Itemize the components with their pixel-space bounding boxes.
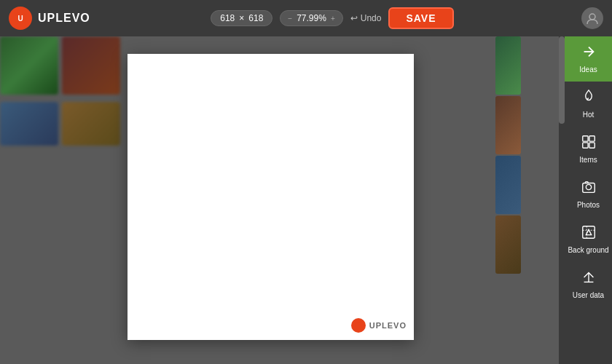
header: U UPLEVO 618 × 618 − 77.99% + ↩ Undo SAV…: [0, 0, 612, 36]
logo-icon: U: [9, 7, 32, 30]
user-avatar[interactable]: [581, 7, 603, 29]
canvas-area[interactable]: UPLEVO: [0, 36, 565, 364]
svg-point-9: [586, 184, 591, 189]
sidebar-item-photos-label: Photos: [577, 201, 600, 210]
svg-rect-6: [589, 136, 594, 141]
logo-area: U UPLEVO: [9, 7, 90, 30]
canvas-watermark: UPLEVO: [351, 318, 407, 333]
bg-thumb-2: [62, 36, 120, 95]
hot-icon: [581, 89, 597, 108]
rt-thumb-2: [495, 96, 521, 154]
rt-thumb-1: [495, 36, 521, 95]
watermark-text: UPLEVO: [369, 321, 407, 330]
main-area: UPLEVO Ideas: [0, 36, 612, 364]
svg-rect-7: [582, 143, 587, 148]
sidebar-item-background-label: Back ground: [568, 246, 608, 255]
user-area[interactable]: [581, 7, 603, 29]
right-sidebar: Ideas Hot Items: [565, 36, 612, 364]
width-value: 618: [220, 13, 235, 23]
undo-button[interactable]: ↩ Undo: [350, 13, 382, 23]
dimension-separator: ×: [239, 13, 244, 23]
background-icon: [581, 224, 597, 243]
sidebar-item-background[interactable]: Back ground: [565, 217, 612, 262]
items-icon: [581, 134, 597, 153]
ideas-icon: [581, 44, 597, 63]
logo-text: UPLEVO: [38, 12, 90, 25]
sidebar-item-hot-label: Hot: [583, 111, 595, 119]
svg-point-2: [589, 14, 595, 20]
dimension-input[interactable]: 618 × 618: [211, 10, 272, 26]
scrollbar-thumb[interactable]: [559, 36, 565, 124]
rt-thumb-4: [495, 215, 521, 274]
watermark-logo-icon: [351, 318, 366, 333]
svg-rect-5: [582, 136, 587, 141]
bg-thumb-4: [62, 102, 120, 146]
header-center: 618 × 618 − 77.99% + ↩ Undo SAVE: [211, 7, 453, 29]
undo-label: Undo: [361, 13, 382, 23]
sidebar-item-ideas-label: Ideas: [579, 66, 597, 74]
rt-thumb-3: [495, 156, 521, 214]
svg-rect-8: [589, 143, 594, 148]
bg-thumb-1: [0, 36, 58, 95]
zoom-control[interactable]: − 77.99% +: [280, 10, 342, 26]
undo-arrow-icon: ↩: [350, 13, 358, 23]
sidebar-item-userdata[interactable]: User data: [565, 262, 612, 307]
bg-thumb-3: [0, 102, 58, 146]
height-value: 618: [248, 13, 263, 23]
zoom-plus-icon[interactable]: +: [331, 15, 335, 23]
sidebar-item-items-label: Items: [579, 156, 597, 165]
svg-marker-12: [586, 229, 591, 234]
userdata-icon: [581, 269, 597, 288]
sidebar-item-items[interactable]: Items: [565, 127, 612, 172]
photos-icon: [581, 179, 597, 198]
design-canvas[interactable]: UPLEVO: [128, 54, 414, 340]
zoom-minus-icon[interactable]: −: [288, 15, 292, 23]
sidebar-item-photos[interactable]: Photos: [565, 172, 612, 217]
right-thumbnail-strip: [495, 36, 521, 364]
sidebar-item-userdata-label: User data: [573, 291, 604, 300]
svg-text:U: U: [17, 15, 23, 23]
scrollbar[interactable]: [559, 36, 565, 364]
zoom-value: 77.99%: [297, 13, 326, 23]
save-button[interactable]: SAVE: [388, 7, 453, 29]
background-thumbnails-left: [0, 36, 124, 364]
svg-rect-11: [582, 226, 595, 239]
sidebar-item-ideas[interactable]: Ideas: [565, 36, 612, 82]
sidebar-item-hot[interactable]: Hot: [565, 82, 612, 127]
svg-point-3: [355, 322, 362, 329]
